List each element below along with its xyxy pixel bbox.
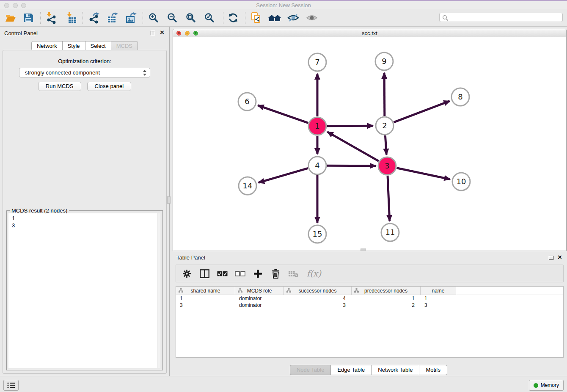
zoom-out-button[interactable] — [164, 10, 180, 25]
node-2[interactable]: 2 — [376, 117, 394, 135]
tab-mcds[interactable]: MCDS — [111, 41, 138, 51]
table-cell[interactable]: 1 — [421, 295, 456, 302]
checked-boxes-icon — [217, 271, 228, 276]
close-panel-button[interactable]: Close panel — [87, 82, 132, 91]
zoom-fit-button[interactable] — [183, 10, 199, 25]
network-graph[interactable]: 7968124314101511 — [173, 37, 566, 251]
float-panel-icon[interactable] — [151, 31, 155, 35]
edge-1-2[interactable] — [327, 126, 373, 126]
run-mcds-button[interactable]: Run MCDS — [38, 82, 81, 91]
unchecked-boxes-icon — [235, 271, 245, 276]
table-float-icon[interactable] — [549, 256, 553, 260]
show-columns-button[interactable] — [199, 267, 210, 280]
search-box[interactable] — [439, 13, 563, 22]
node-1[interactable]: 1 — [308, 117, 326, 135]
memory-button[interactable]: Memory — [529, 380, 564, 391]
task-history-button[interactable] — [3, 380, 19, 391]
open-session-button[interactable] — [3, 10, 19, 25]
tab-node-table[interactable]: Node Table — [290, 365, 331, 375]
zoom-in-button[interactable] — [146, 10, 162, 25]
zoom-selected-button[interactable] — [201, 10, 217, 25]
edge-4-3[interactable] — [327, 166, 376, 166]
network-canvas[interactable]: 7968124314101511 — [173, 37, 566, 251]
edge-4-14[interactable] — [259, 168, 308, 182]
table-cell[interactable]: 1 — [352, 295, 421, 302]
node-6[interactable]: 6 — [238, 93, 256, 110]
table-cell[interactable]: 3 — [421, 302, 456, 309]
main-titlebar[interactable]: Session: New Session — [0, 1, 567, 9]
table-row[interactable]: 1dominator411 — [176, 295, 563, 302]
node-9[interactable]: 9 — [375, 52, 393, 70]
criterion-dropdown[interactable]: strongly connected component — [19, 68, 150, 77]
edge-3-11[interactable] — [388, 176, 390, 221]
node-7[interactable]: 7 — [308, 53, 326, 71]
node-8[interactable]: 8 — [451, 88, 469, 106]
table-cell[interactable]: 4 — [284, 295, 352, 302]
table-cell[interactable]: 3 — [176, 302, 235, 309]
delete-table-button[interactable] — [288, 267, 299, 280]
edge-1-6[interactable] — [258, 105, 308, 123]
column-header-name[interactable]: name — [421, 287, 456, 295]
node-4[interactable]: 4 — [308, 157, 326, 174]
column-header-shared-name[interactable]: shared name — [176, 287, 235, 295]
first-neighbors-button[interactable] — [267, 10, 283, 25]
node-3[interactable]: 3 — [378, 157, 396, 175]
zoom-selected-icon — [204, 13, 215, 23]
save-session-button[interactable] — [20, 10, 36, 25]
tab-network-table[interactable]: Network Table — [371, 365, 419, 375]
tab-select[interactable]: Select — [85, 41, 111, 51]
vertical-splitter-handle[interactable] — [167, 196, 171, 204]
edge-3-1[interactable] — [327, 132, 379, 161]
edge-2-9[interactable] — [384, 73, 385, 116]
application-window: Session: New Session — [0, 0, 567, 392]
hide-selected-button[interactable] — [285, 10, 301, 25]
import-network-button[interactable] — [43, 10, 59, 25]
table-close-icon[interactable]: × — [558, 254, 562, 260]
zoom-out-icon — [167, 13, 177, 23]
import-table-button[interactable] — [63, 10, 79, 25]
search-input[interactable] — [450, 14, 561, 22]
table-panel-title: Table Panel — [176, 254, 205, 261]
tab-motifs[interactable]: Motifs — [419, 365, 447, 375]
export-network-button[interactable] — [86, 10, 102, 25]
table-cell[interactable]: 2 — [352, 302, 421, 309]
node-11[interactable]: 11 — [381, 224, 399, 241]
column-header-mcds-role[interactable]: MCDS role — [235, 287, 284, 295]
node-14[interactable]: 14 — [239, 177, 256, 195]
apply-layout-button[interactable] — [225, 10, 241, 25]
add-row-button[interactable] — [252, 267, 263, 280]
tab-edge-table[interactable]: Edge Table — [330, 365, 372, 375]
tab-network[interactable]: Network — [31, 41, 63, 51]
export-table-button[interactable] — [105, 10, 121, 25]
clone-network-button[interactable] — [248, 10, 264, 25]
network-window-titlebar[interactable]: × − + scc.txt — [173, 29, 566, 38]
function-builder-button[interactable]: f(x) — [306, 267, 322, 280]
export-image-button[interactable] — [123, 10, 139, 25]
edge-3-10[interactable] — [397, 168, 450, 179]
table-cell[interactable]: dominator — [235, 295, 284, 302]
close-panel-icon[interactable]: × — [160, 30, 164, 36]
svg-text:10: 10 — [457, 177, 466, 186]
horizontal-splitter-handle[interactable] — [361, 248, 366, 251]
column-header-predecessor-nodes[interactable]: predecessor nodes — [352, 287, 421, 295]
plus-icon — [253, 269, 262, 278]
node-15[interactable]: 15 — [308, 225, 326, 243]
node-10[interactable]: 10 — [452, 173, 470, 190]
table-row[interactable]: 3dominator323 — [176, 302, 563, 309]
deselect-all-button[interactable] — [234, 267, 245, 280]
table-settings-button[interactable] — [181, 267, 192, 280]
select-all-button[interactable] — [217, 267, 228, 280]
show-all-button[interactable] — [304, 10, 320, 25]
mcds-result-area[interactable]: 13 — [8, 213, 160, 368]
network-view-window: × − + scc.txt 7968124314101511 — [173, 29, 567, 251]
table-cell[interactable]: 3 — [284, 302, 352, 309]
table-cell[interactable]: dominator — [235, 302, 284, 309]
tab-style[interactable]: Style — [62, 41, 85, 51]
export-image-icon — [126, 12, 137, 24]
edge-2-8[interactable] — [394, 101, 450, 122]
delete-row-button[interactable] — [270, 267, 281, 280]
result-scrollbar[interactable] — [157, 213, 160, 368]
table-cell[interactable]: 1 — [176, 295, 235, 302]
column-header-successor-nodes[interactable]: successor nodes — [284, 287, 352, 295]
edge-2-3[interactable] — [385, 135, 386, 155]
